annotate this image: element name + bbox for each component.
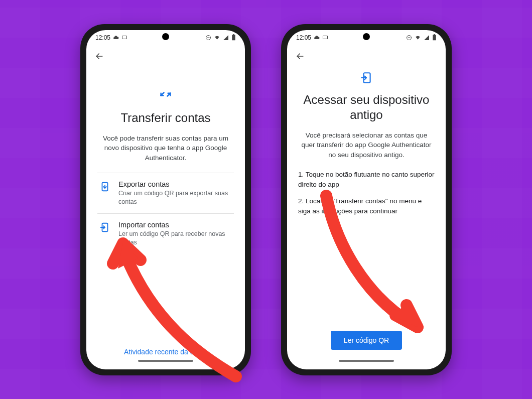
option-desc: Ler um código QR para receber novas cont… [118, 230, 232, 247]
scan-qr-button[interactable]: Ler código QR [331, 331, 402, 350]
screen-left: 12:05 [86, 30, 245, 369]
arrow-left-icon [295, 51, 305, 61]
nav-indicator [339, 360, 394, 362]
phone-import-icon [360, 71, 373, 84]
content-transfer: Transferir contas Você pode transferir s… [86, 67, 245, 369]
dnd-icon [406, 35, 412, 41]
arrow-left-icon [94, 51, 104, 61]
svg-rect-8 [433, 35, 436, 40]
svg-rect-3 [233, 34, 234, 35]
transfer-arrows-icon [159, 87, 173, 101]
status-bar: 12:05 [86, 30, 245, 45]
status-time: 12:05 [296, 34, 311, 41]
import-hero-icon [298, 71, 435, 84]
option-export-accounts[interactable]: Exportar contas Criar um código QR para … [97, 173, 234, 213]
battery-icon [432, 34, 437, 41]
wifi-icon [214, 34, 220, 41]
recent-activity-link[interactable]: Atividade recente da conta [97, 340, 234, 360]
svg-rect-2 [232, 35, 235, 40]
phone-left: 12:05 [80, 24, 251, 375]
step-2: 2. Localize "Transferir contas" no menu … [298, 196, 435, 216]
option-desc: Criar um código QR para exportar suas co… [118, 189, 232, 206]
svg-rect-9 [434, 34, 435, 35]
option-title: Exportar contas [118, 180, 232, 188]
status-time: 12:05 [95, 34, 110, 41]
svg-rect-0 [122, 36, 127, 39]
import-icon [99, 222, 111, 235]
dnd-icon [205, 35, 211, 41]
phone-right: 12:05 [281, 24, 452, 375]
wifi-icon [415, 34, 421, 41]
screen-right: 12:05 [287, 30, 446, 369]
app-bar [287, 45, 446, 67]
transfer-hero-icon [97, 87, 234, 101]
phones-container: 12:05 [0, 0, 532, 399]
option-title: Importar contas [118, 221, 232, 229]
status-bar: 12:05 [287, 30, 446, 45]
step-1: 1. Toque no botão flutuante no canto sup… [298, 170, 435, 189]
nav-indicator [138, 360, 193, 362]
svg-rect-6 [323, 36, 328, 39]
cloud-icon [113, 35, 119, 41]
instruction-steps: 1. Toque no botão flutuante no canto sup… [298, 170, 435, 223]
page-title: Acessar seu dispositivo antigo [298, 92, 435, 122]
cast-icon [121, 35, 127, 41]
page-title: Transferir contas [97, 110, 234, 125]
option-import-accounts[interactable]: Importar contas Ler um código QR para re… [97, 213, 234, 254]
signal-icon [223, 35, 229, 41]
app-bar [86, 45, 245, 67]
page-subtitle: Você pode transferir suas contas para um… [97, 134, 234, 163]
export-icon [99, 181, 111, 194]
page-subtitle: Você precisará selecionar as contas que … [298, 130, 435, 160]
back-button[interactable] [293, 49, 307, 63]
cloud-icon [314, 35, 320, 41]
battery-icon [231, 34, 236, 41]
back-button[interactable] [92, 49, 106, 63]
content-access-old: Acessar seu dispositivo antigo Você prec… [287, 67, 446, 369]
cast-icon [322, 35, 328, 41]
signal-icon [424, 35, 430, 41]
